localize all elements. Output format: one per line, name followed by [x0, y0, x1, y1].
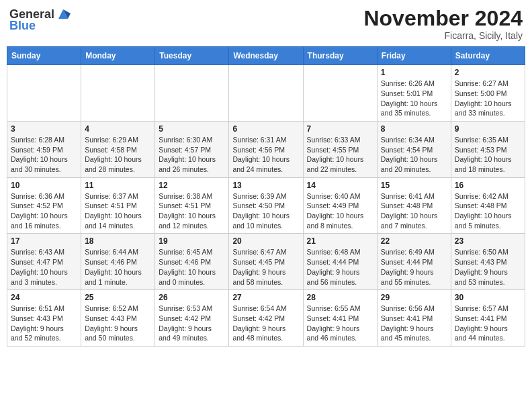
calendar-cell: 1Sunrise: 6:26 AMSunset: 5:01 PMDaylight… [377, 65, 451, 122]
day-number: 20 [232, 236, 299, 246]
day-info: Sunrise: 6:54 AMSunset: 4:42 PMDaylight:… [232, 304, 299, 343]
calendar-cell: 13Sunrise: 6:39 AMSunset: 4:50 PMDayligh… [229, 177, 303, 234]
page-header: General Blue November 2024 Ficarra, Sici… [7, 7, 525, 41]
day-number: 19 [159, 236, 225, 246]
calendar-cell: 5Sunrise: 6:30 AMSunset: 4:57 PMDaylight… [155, 121, 229, 177]
calendar-cell: 22Sunrise: 6:49 AMSunset: 4:44 PMDayligh… [377, 234, 451, 290]
col-header-wednesday: Wednesday [229, 47, 303, 65]
col-header-friday: Friday [377, 47, 451, 65]
day-info: Sunrise: 6:52 AMSunset: 4:43 PMDaylight:… [85, 304, 151, 343]
calendar-cell [303, 65, 377, 122]
calendar-cell: 15Sunrise: 6:41 AMSunset: 4:48 PMDayligh… [377, 177, 451, 234]
calendar-cell [7, 65, 81, 122]
day-info: Sunrise: 6:28 AMSunset: 4:59 PMDaylight:… [11, 135, 77, 175]
day-number: 25 [85, 293, 151, 302]
day-number: 17 [11, 236, 77, 246]
calendar-cell: 26Sunrise: 6:53 AMSunset: 4:42 PMDayligh… [155, 290, 229, 347]
calendar-cell: 17Sunrise: 6:43 AMSunset: 4:47 PMDayligh… [7, 234, 81, 290]
calendar-week-row: 10Sunrise: 6:36 AMSunset: 4:52 PMDayligh… [7, 177, 525, 234]
day-number: 22 [381, 236, 447, 246]
day-info: Sunrise: 6:33 AMSunset: 4:55 PMDaylight:… [307, 135, 373, 175]
logo-blue: Blue [9, 19, 36, 33]
day-info: Sunrise: 6:44 AMSunset: 4:46 PMDaylight:… [85, 247, 151, 287]
day-info: Sunrise: 6:36 AMSunset: 4:52 PMDaylight:… [11, 191, 77, 231]
calendar-cell: 27Sunrise: 6:54 AMSunset: 4:42 PMDayligh… [229, 290, 303, 347]
calendar-cell: 14Sunrise: 6:40 AMSunset: 4:49 PMDayligh… [303, 177, 377, 234]
calendar-week-row: 3Sunrise: 6:28 AMSunset: 4:59 PMDaylight… [7, 121, 525, 177]
day-number: 9 [455, 124, 521, 134]
day-number: 18 [85, 236, 151, 246]
calendar-cell: 18Sunrise: 6:44 AMSunset: 4:46 PMDayligh… [81, 234, 155, 290]
calendar-cell: 24Sunrise: 6:51 AMSunset: 4:43 PMDayligh… [7, 290, 81, 347]
day-number: 10 [11, 181, 77, 190]
day-info: Sunrise: 6:31 AMSunset: 4:56 PMDaylight:… [232, 135, 299, 175]
calendar-table: SundayMondayTuesdayWednesdayThursdayFrid… [7, 46, 525, 347]
day-number: 13 [232, 181, 299, 190]
calendar-cell: 23Sunrise: 6:50 AMSunset: 4:43 PMDayligh… [451, 234, 525, 290]
day-info: Sunrise: 6:49 AMSunset: 4:44 PMDaylight:… [381, 247, 447, 287]
day-number: 15 [381, 181, 447, 190]
day-info: Sunrise: 6:53 AMSunset: 4:42 PMDaylight:… [159, 304, 225, 343]
day-number: 7 [307, 124, 373, 134]
calendar-cell: 16Sunrise: 6:42 AMSunset: 4:48 PMDayligh… [451, 177, 525, 234]
month-title: November 2024 [363, 7, 523, 30]
day-number: 1 [381, 68, 447, 77]
calendar-cell: 20Sunrise: 6:47 AMSunset: 4:45 PMDayligh… [229, 234, 303, 290]
day-info: Sunrise: 6:35 AMSunset: 4:53 PMDaylight:… [455, 135, 521, 175]
calendar-cell [155, 65, 229, 122]
day-info: Sunrise: 6:43 AMSunset: 4:47 PMDaylight:… [11, 247, 77, 287]
day-info: Sunrise: 6:26 AMSunset: 5:01 PMDaylight:… [381, 79, 447, 118]
day-info: Sunrise: 6:30 AMSunset: 4:57 PMDaylight:… [159, 135, 225, 175]
calendar-cell: 21Sunrise: 6:48 AMSunset: 4:44 PMDayligh… [303, 234, 377, 290]
day-number: 3 [11, 124, 77, 134]
day-number: 28 [307, 293, 373, 302]
day-info: Sunrise: 6:34 AMSunset: 4:54 PMDaylight:… [381, 135, 447, 175]
day-info: Sunrise: 6:50 AMSunset: 4:43 PMDaylight:… [455, 247, 521, 287]
calendar-cell [81, 65, 155, 122]
calendar-week-row: 24Sunrise: 6:51 AMSunset: 4:43 PMDayligh… [7, 290, 525, 347]
day-number: 23 [455, 236, 521, 246]
logo: General Blue [9, 7, 71, 33]
day-number: 8 [381, 124, 447, 134]
day-info: Sunrise: 6:37 AMSunset: 4:51 PMDaylight:… [85, 191, 151, 231]
day-info: Sunrise: 6:55 AMSunset: 4:41 PMDaylight:… [307, 304, 373, 343]
day-number: 6 [232, 124, 299, 134]
title-block: November 2024 Ficarra, Sicily, Italy [363, 7, 523, 41]
day-info: Sunrise: 6:41 AMSunset: 4:48 PMDaylight:… [381, 191, 447, 231]
day-number: 16 [455, 181, 521, 190]
calendar-cell: 11Sunrise: 6:37 AMSunset: 4:51 PMDayligh… [81, 177, 155, 234]
day-number: 26 [159, 293, 225, 302]
day-info: Sunrise: 6:48 AMSunset: 4:44 PMDaylight:… [307, 247, 373, 287]
calendar-cell: 28Sunrise: 6:55 AMSunset: 4:41 PMDayligh… [303, 290, 377, 347]
day-info: Sunrise: 6:56 AMSunset: 4:41 PMDaylight:… [381, 304, 447, 343]
day-number: 29 [381, 293, 447, 302]
day-info: Sunrise: 6:51 AMSunset: 4:43 PMDaylight:… [11, 304, 77, 343]
day-number: 5 [159, 124, 225, 134]
day-info: Sunrise: 6:29 AMSunset: 4:58 PMDaylight:… [85, 135, 151, 175]
day-number: 11 [85, 181, 151, 190]
col-header-thursday: Thursday [303, 47, 377, 65]
calendar-header-row: SundayMondayTuesdayWednesdayThursdayFrid… [7, 47, 525, 65]
calendar-cell: 12Sunrise: 6:38 AMSunset: 4:51 PMDayligh… [155, 177, 229, 234]
day-info: Sunrise: 6:38 AMSunset: 4:51 PMDaylight:… [159, 191, 225, 231]
calendar-cell [229, 65, 303, 122]
col-header-saturday: Saturday [451, 47, 525, 65]
calendar-cell: 4Sunrise: 6:29 AMSunset: 4:58 PMDaylight… [81, 121, 155, 177]
day-number: 2 [455, 68, 521, 77]
day-info: Sunrise: 6:39 AMSunset: 4:50 PMDaylight:… [232, 191, 299, 231]
col-header-tuesday: Tuesday [155, 47, 229, 65]
day-info: Sunrise: 6:57 AMSunset: 4:41 PMDaylight:… [455, 304, 521, 343]
day-number: 30 [455, 293, 521, 302]
day-info: Sunrise: 6:27 AMSunset: 5:00 PMDaylight:… [455, 79, 521, 118]
calendar-cell: 8Sunrise: 6:34 AMSunset: 4:54 PMDaylight… [377, 121, 451, 177]
location: Ficarra, Sicily, Italy [363, 30, 523, 41]
day-number: 12 [159, 181, 225, 190]
day-number: 21 [307, 236, 373, 246]
calendar-cell: 25Sunrise: 6:52 AMSunset: 4:43 PMDayligh… [81, 290, 155, 347]
calendar-cell: 29Sunrise: 6:56 AMSunset: 4:41 PMDayligh… [377, 290, 451, 347]
day-number: 24 [11, 293, 77, 302]
calendar-cell: 2Sunrise: 6:27 AMSunset: 5:00 PMDaylight… [451, 65, 525, 122]
calendar-cell: 3Sunrise: 6:28 AMSunset: 4:59 PMDaylight… [7, 121, 81, 177]
calendar-cell: 7Sunrise: 6:33 AMSunset: 4:55 PMDaylight… [303, 121, 377, 177]
day-info: Sunrise: 6:45 AMSunset: 4:46 PMDaylight:… [159, 247, 225, 287]
